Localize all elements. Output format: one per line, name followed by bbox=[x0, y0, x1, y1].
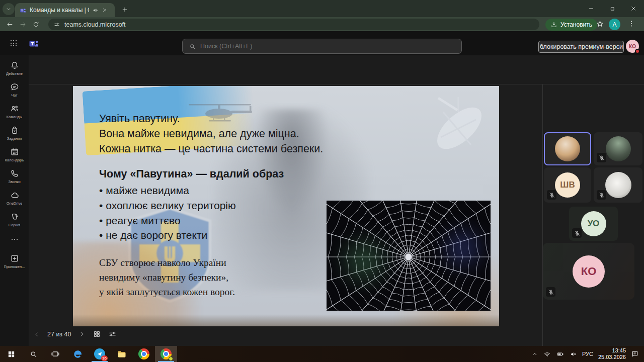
sidebar-item-assignments[interactable]: Задания bbox=[0, 125, 29, 141]
search-input[interactable] bbox=[200, 43, 455, 50]
taskbar-clock[interactable]: 13:45 25.03.2026 bbox=[598, 347, 626, 360]
participant-tile[interactable]: ШВ bbox=[544, 167, 591, 203]
avatar-photo bbox=[606, 136, 631, 161]
new-tab-button[interactable] bbox=[119, 4, 131, 16]
shared-slide[interactable]: Уявіть павутину. Вона майже невидима, ал… bbox=[73, 86, 499, 326]
teams-favicon-icon bbox=[19, 7, 27, 14]
slide-outro-text: СБУ створює навколо України невидиму «па… bbox=[99, 255, 235, 299]
window-close-button[interactable] bbox=[623, 0, 644, 17]
site-settings-icon[interactable] bbox=[53, 21, 60, 28]
meeting-toolbar: 15:56 Управлять Чат 6 Участники Поднять … bbox=[0, 55, 644, 84]
page-indicator: 27 из 40 bbox=[47, 331, 71, 338]
participant-tile[interactable]: УО bbox=[569, 207, 618, 241]
slide-bullet: майже невидима bbox=[99, 183, 236, 198]
slide-bullet: не дає ворогу втекти bbox=[99, 228, 236, 243]
chrome-active-icon[interactable] bbox=[155, 346, 177, 362]
sidebar-item-apps[interactable]: Приложен... bbox=[0, 253, 29, 269]
status-badge bbox=[635, 49, 640, 54]
slide-bullet-list: майже невидима охоплює велику територію … bbox=[99, 183, 236, 243]
premium-banner[interactable]: блокировать премиум-версию bbox=[538, 41, 624, 53]
prev-slide-icon[interactable] bbox=[33, 330, 40, 338]
slide-bottom-band bbox=[73, 314, 499, 326]
task-view-button[interactable] bbox=[44, 346, 66, 362]
app-launcher-icon[interactable] bbox=[9, 38, 19, 48]
browser-tab[interactable]: Команды и каналы | Собр bbox=[15, 3, 115, 17]
browser-titlebar: Команды и каналы | Собр bbox=[0, 0, 644, 17]
participant-tile[interactable] bbox=[594, 167, 642, 203]
sidebar-item-teams[interactable]: Команды bbox=[0, 104, 29, 119]
panel-divider bbox=[542, 84, 543, 346]
avatar-photo bbox=[555, 136, 580, 161]
tab-search-button[interactable] bbox=[3, 3, 15, 15]
action-center-icon[interactable] bbox=[631, 350, 639, 358]
slide-bullet: реагує миттєво bbox=[99, 213, 236, 228]
language-indicator[interactable]: РУС bbox=[582, 351, 593, 357]
url-text: teams.cloud.microsoft bbox=[64, 21, 126, 28]
sidebar-item-more[interactable] bbox=[0, 234, 29, 245]
slide-navigation: 27 из 40 bbox=[33, 330, 117, 338]
chrome-icon[interactable] bbox=[133, 346, 155, 362]
battery-icon[interactable] bbox=[556, 350, 565, 358]
taskbar-search-button[interactable] bbox=[22, 346, 44, 362]
teams-sidebar: Действие Чат Команды Задания Календарь З… bbox=[0, 55, 29, 346]
install-app-button[interactable]: Установить bbox=[545, 19, 597, 31]
web-glow-decoration bbox=[435, 221, 491, 276]
teams-logo-icon[interactable] bbox=[28, 37, 40, 49]
start-button[interactable] bbox=[0, 346, 22, 362]
sidebar-item-calls[interactable]: Звонки bbox=[0, 168, 29, 184]
slide-bullet: охоплює велику територію bbox=[99, 198, 236, 213]
reload-button[interactable] bbox=[29, 18, 42, 31]
search-icon bbox=[189, 43, 196, 50]
file-explorer-icon[interactable] bbox=[111, 346, 133, 362]
windows-taskbar: 16 РУС 13:45 25.03.2026 bbox=[0, 346, 644, 362]
satellite-dish-decoration bbox=[428, 92, 492, 167]
sidebar-item-onedrive[interactable]: OneDrive bbox=[0, 190, 29, 206]
participant-tile-speaker[interactable] bbox=[544, 132, 591, 165]
sidebar-item-activity[interactable]: Действие bbox=[0, 60, 29, 76]
browser-profile-avatar[interactable]: A bbox=[609, 19, 620, 30]
slide-settings-icon[interactable] bbox=[108, 330, 117, 338]
avatar-initials: ШВ bbox=[555, 172, 580, 198]
sidebar-item-copilot[interactable]: Copilot bbox=[0, 212, 29, 227]
muted-mic-icon bbox=[597, 190, 606, 200]
install-icon bbox=[550, 21, 557, 28]
tab-title: Команды и каналы | Собр bbox=[30, 7, 89, 14]
avatar-initials: КО bbox=[573, 255, 605, 288]
muted-mic-icon bbox=[547, 190, 556, 200]
spider-web-image bbox=[327, 201, 491, 311]
screen: Команды и каналы | Собр teams.cloud.micr… bbox=[0, 0, 644, 362]
telegram-badge: 16 bbox=[101, 355, 108, 361]
tab-close-icon[interactable] bbox=[102, 7, 108, 13]
system-tray: РУС 13:45 25.03.2026 bbox=[531, 347, 644, 360]
window-minimize-button[interactable] bbox=[581, 0, 602, 17]
participant-tile[interactable]: КО bbox=[543, 243, 634, 300]
muted-mic-icon bbox=[597, 153, 606, 162]
muted-mic-icon bbox=[572, 228, 582, 238]
muted-mic-icon bbox=[546, 287, 555, 297]
url-bar[interactable]: teams.cloud.microsoft bbox=[48, 19, 539, 30]
back-button[interactable] bbox=[3, 18, 16, 31]
tab-audio-icon[interactable] bbox=[92, 7, 99, 14]
web-glow-decoration bbox=[332, 231, 397, 291]
tray-expand-icon[interactable] bbox=[531, 350, 538, 357]
slide-intro-text: Уявіть павутину. Вона майже невидима, ал… bbox=[99, 111, 323, 156]
edge-icon[interactable] bbox=[66, 346, 89, 362]
browser-menu-icon[interactable] bbox=[627, 19, 636, 28]
next-slide-icon[interactable] bbox=[78, 330, 86, 338]
volume-muted-icon[interactable] bbox=[570, 350, 577, 358]
bookmark-star-icon[interactable] bbox=[596, 20, 604, 28]
sidebar-item-calendar[interactable]: Календарь bbox=[0, 147, 29, 162]
grid-view-icon[interactable] bbox=[93, 330, 101, 338]
window-maximize-button[interactable] bbox=[602, 0, 623, 17]
participant-tile[interactable] bbox=[594, 132, 642, 165]
wifi-icon[interactable] bbox=[543, 350, 551, 358]
slide-heading: Чому «Павутина» — вдалий образ bbox=[99, 168, 284, 180]
forward-button[interactable] bbox=[16, 18, 29, 31]
avatar-photo bbox=[605, 172, 631, 198]
teams-profile-avatar[interactable]: КО bbox=[626, 40, 639, 53]
search-box[interactable] bbox=[182, 39, 462, 54]
meeting-stage: Уявіть павутину. Вона майже невидима, ал… bbox=[29, 84, 644, 346]
sidebar-item-chat[interactable]: Чат bbox=[0, 82, 29, 98]
telegram-icon[interactable]: 16 bbox=[89, 346, 111, 362]
avatar-initials: УО bbox=[581, 211, 606, 236]
